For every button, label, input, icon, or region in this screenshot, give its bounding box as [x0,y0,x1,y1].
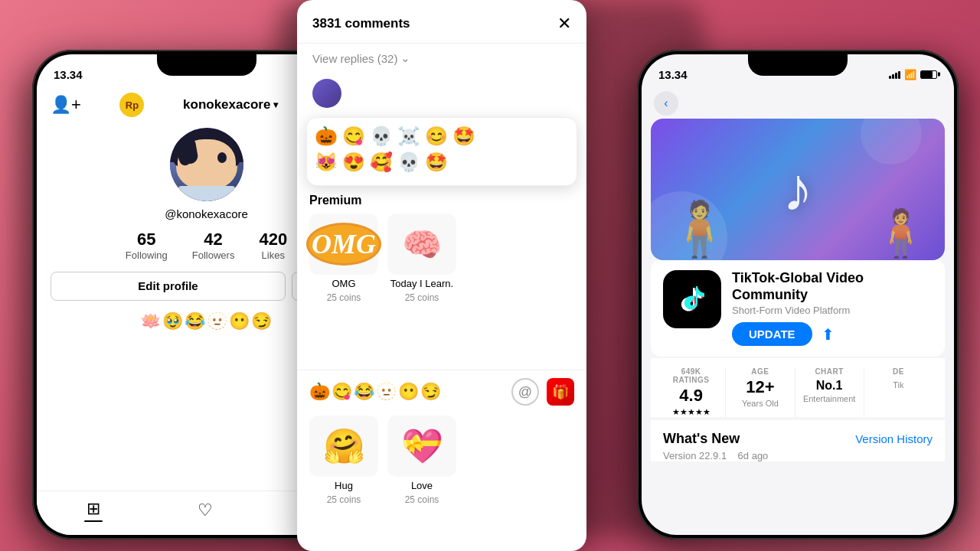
nav-grid-icon[interactable]: ⊞ [84,499,103,522]
ig-story-avatar[interactable]: Rp [119,93,144,117]
age-col: AGE 12+ Years Old [726,367,795,417]
add-person-icon[interactable]: 👤+ [51,95,81,115]
sticker-hug-image: 🤗 [309,416,378,477]
right-phone-screen: 13.34 📶 ‹ 🧍 [642,54,954,535]
share-icon[interactable]: ⬆ [822,325,835,344]
developer-col: DE Tik [864,367,933,417]
sticker-hug-price: 25 coins [327,494,361,505]
sticker-hug-name: Hug [335,480,353,491]
sticker-til-name: Today I Learn. [390,278,453,289]
whats-new-header: What's New Version History [663,431,933,447]
right-notch [748,54,848,76]
comments-title: 3831 comments [312,16,410,31]
ig-followers-stat[interactable]: 42 Followers [192,230,235,261]
app-name: TikTok-Global Video Community [732,270,933,303]
app-buttons-row: UPDATE ⬆ [732,322,933,346]
edit-profile-button[interactable]: Edit profile [51,272,286,301]
update-button[interactable]: UPDATE [732,322,812,346]
gift-icon[interactable]: 🎁 [547,378,574,406]
comment-input-area: 🎃😋😂🫥😶😏 @ 🎁 [297,370,586,413]
tiktok-hero-logo: ♪ [782,155,813,225]
comment-avatar [312,79,341,108]
sticker-love-price: 25 coins [405,494,439,505]
likes-label: Likes [262,249,285,261]
premium-label: Premium [309,194,574,207]
chart-sublabel: Entertainment [802,394,858,403]
chart-col: CHART No.1 Entertainment [795,367,864,417]
right-time: 13.34 [658,68,688,81]
center-panel: 3831 comments ✕ View replies (32) ⌄ 🎃😋💀☠… [297,0,586,551]
quick-emoji-row: 🎃😋😂🫥😶😏 [309,382,443,402]
followers-count: 42 [204,230,222,249]
rating-stars: ★★★★★ [663,407,719,417]
nav-heart-icon[interactable]: ♡ [198,500,213,520]
chevron-down-icon: ▾ [273,99,278,110]
tiktok-logo-svg [675,282,710,317]
app-info-row: TikTok-Global Video Community Short-Form… [651,259,945,357]
at-mention-icon[interactable]: @ [511,378,539,406]
view-replies[interactable]: View replies (32) ⌄ [297,44,586,73]
age-label: AGE [732,367,788,376]
whats-new-title: What's New [663,431,740,447]
right-signal-icon [889,70,900,79]
version-info: Version 22.9.1 6d ago [663,450,933,461]
sticker-love-image: 💝 [387,416,456,477]
ratings-label: 649K RATINGS [663,367,719,384]
following-count: 65 [137,230,155,249]
ig-likes-stat[interactable]: 420 Likes [259,230,287,261]
sticker-hug[interactable]: 🤗 Hug 25 coins [309,416,378,505]
left-time: 13.34 [54,68,83,81]
sticker-til-image: 🧠 [387,214,456,275]
version-history-link[interactable]: Version History [855,432,933,445]
sticker-omg-image: OMG [309,214,378,275]
sticker-love[interactable]: 💝 Love 25 coins [387,416,456,505]
sticker-til[interactable]: 🧠 Today I Learn. 25 coins [387,214,456,303]
hero-silhouette2: 🧍 [872,206,929,260]
ig-handle: @konokexacore [165,207,248,220]
sticker-omg[interactable]: OMG OMG 25 coins [309,214,378,303]
app-details: TikTok-Global Video Community Short-Form… [732,270,933,346]
ratings-row: 649K RATINGS 4.9 ★★★★★ AGE 12+ Years Old… [651,358,945,417]
ig-following-stat[interactable]: 65 Following [126,230,168,261]
left-notch [157,54,256,76]
whats-new-section: What's New Version History Version 22.9.… [651,420,945,461]
chevron-down-icon: ⌄ [400,51,410,65]
sticker-omg-name: OMG [332,278,355,289]
sticker-love-name: Love [411,480,433,491]
right-phone: 13.34 📶 ‹ 🧍 [637,50,959,540]
rating-value: 4.9 [663,386,719,406]
chart-value: No.1 [802,379,858,393]
hero-deco2 [861,119,922,165]
emoji-picker: 🎃😋💀☠️😊🤩 😻😍🥰💀🤩 [306,117,577,186]
profile-picture[interactable] [170,128,243,201]
app-subtitle: Short-Form Video Platform [732,305,933,316]
sticker-omg-price: 25 coins [327,292,361,303]
ig-emoji-row: 🪷🥹😂🫥😶😏 [140,311,273,331]
comment-user-row [297,73,586,114]
sticker-grid-row1: OMG OMG 25 coins 🧠 Today I Learn. 25 coi… [309,214,574,303]
ig-username[interactable]: konokexacore ▾ [183,97,278,112]
age-value: 12+ [732,377,788,397]
sticker-section: Premium OMG OMG 25 coins 🧠 Today I Learn… [297,194,586,303]
appstore-back-nav: ‹ [642,88,954,119]
tiktok-app-icon [663,270,721,328]
ratings-count-col: 649K RATINGS 4.9 ★★★★★ [663,367,726,417]
hero-silhouette1: 🧍 [666,197,733,260]
followers-label: Followers [192,249,235,261]
age-sublabel: Years Old [732,399,788,408]
close-button[interactable]: ✕ [557,14,571,34]
likes-count: 420 [259,230,287,249]
comments-header: 3831 comments ✕ [297,0,586,44]
sticker-til-price: 25 coins [405,292,439,303]
developer-label: DE [871,367,926,376]
right-wifi-icon: 📶 [904,69,916,80]
chart-label: CHART [802,367,858,376]
emoji-row-2: 😻😍🥰💀🤩 [315,152,569,173]
following-label: Following [126,249,168,261]
right-battery-icon [920,70,937,79]
tiktok-hero-banner: 🧍 ♪ 🧍 [651,119,945,260]
sticker-row2: 🤗 Hug 25 coins 💝 Love 25 coins [297,416,586,505]
developer-sub: Tik [871,380,926,390]
profile-avatar [170,128,243,201]
back-button[interactable]: ‹ [654,91,678,116]
